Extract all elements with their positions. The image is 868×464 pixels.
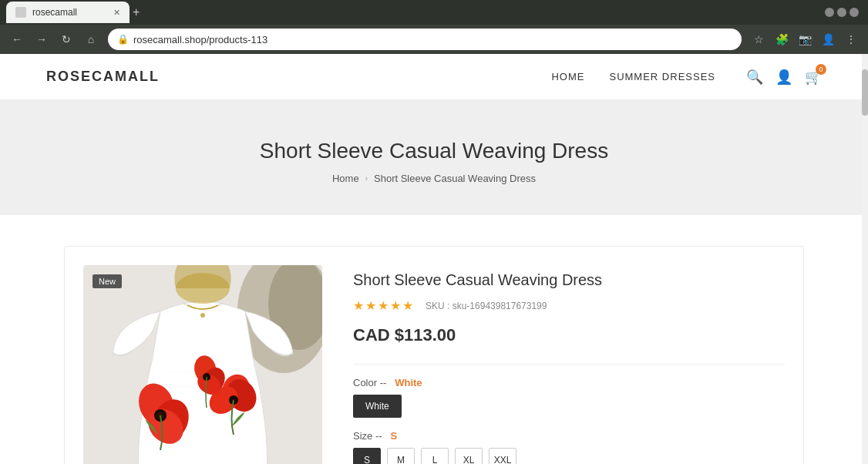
cart-badge: 0 xyxy=(816,64,826,75)
main-content: New xyxy=(49,215,819,464)
maximize-button[interactable] xyxy=(837,8,846,17)
star-5: ★ xyxy=(402,298,413,313)
star-2: ★ xyxy=(365,298,376,313)
product-image xyxy=(83,265,322,464)
new-tab-button[interactable]: + xyxy=(133,5,140,19)
breadcrumb-current: Short Sleeve Casual Weaving Dress xyxy=(374,173,536,184)
size-options: S M L XL XXL xyxy=(353,448,785,464)
menu-icon[interactable]: ⋮ xyxy=(840,29,862,50)
search-icon[interactable]: 🔍 xyxy=(746,69,763,86)
color-selected-value: White xyxy=(395,377,422,388)
star-1: ★ xyxy=(353,298,364,313)
scrollbar-thumb[interactable] xyxy=(862,69,868,116)
extensions-icon[interactable]: 🧩 xyxy=(771,29,792,50)
breadcrumb-separator: › xyxy=(365,174,368,183)
color-options: White xyxy=(353,395,785,418)
color-option-row: Color -- White White xyxy=(353,377,785,418)
size-option-row: Size -- S S M L XL XXL xyxy=(353,430,785,464)
site-header: ROSECAMALL HOME SUMMER DRESSES 🔍 👤 🛒 0 xyxy=(0,54,868,100)
tab-title: rosecamall xyxy=(32,7,77,18)
browser-right-icons: ☆ 🧩 📷 👤 ⋮ xyxy=(748,29,862,50)
browser-chrome: rosecamall ✕ + ← → ↻ ⌂ 🔒 rosecamall.shop… xyxy=(0,0,868,54)
site-logo[interactable]: ROSECAMALL xyxy=(46,69,160,85)
product-price: CAD $113.00 xyxy=(353,325,785,345)
size-button-xxl[interactable]: XXL xyxy=(489,448,516,464)
hero-banner: Short Sleeve Casual Weaving Dress Home ›… xyxy=(0,100,868,215)
site-header-icons: 🔍 👤 🛒 0 xyxy=(746,69,822,86)
nav-item-summer-dresses[interactable]: SUMMER DRESSES xyxy=(609,71,715,82)
hero-title: Short Sleeve Casual Weaving Dress xyxy=(15,139,853,163)
size-button-m[interactable]: M xyxy=(387,448,415,464)
product-details: Short Sleeve Casual Weaving Dress ★ ★ ★ … xyxy=(353,265,785,464)
close-button[interactable] xyxy=(849,8,859,17)
tab-favicon xyxy=(15,7,26,18)
product-image-svg xyxy=(83,265,322,464)
breadcrumb-home[interactable]: Home xyxy=(332,173,359,184)
sku-text: SKU : sku-169439817673199 xyxy=(426,301,547,311)
star-3: ★ xyxy=(378,298,389,313)
color-button-white[interactable]: White xyxy=(353,395,402,418)
home-button[interactable]: ⌂ xyxy=(80,29,102,50)
product-stars: ★ ★ ★ ★ ★ xyxy=(353,298,413,313)
account-icon[interactable]: 👤 xyxy=(775,69,792,86)
size-button-s[interactable]: S xyxy=(353,448,381,464)
size-label: Size -- S xyxy=(353,430,785,442)
profile-icon[interactable]: 👤 xyxy=(817,29,839,50)
breadcrumb: Home › Short Sleeve Casual Weaving Dress xyxy=(15,173,853,184)
address-bar[interactable]: 🔒 rosecamall.shop/products-113 xyxy=(108,29,742,50)
browser-tab-active[interactable]: rosecamall ✕ xyxy=(6,2,130,23)
lock-icon: 🔒 xyxy=(117,34,129,45)
minimize-button[interactable] xyxy=(825,8,834,17)
new-badge: New xyxy=(93,274,122,288)
product-image-area: New xyxy=(83,265,322,464)
product-layout: New xyxy=(64,246,804,464)
cart-icon[interactable]: 🛒 0 xyxy=(805,69,822,86)
tab-close-button[interactable]: ✕ xyxy=(113,8,120,18)
screenshot-icon[interactable]: 📷 xyxy=(794,29,816,50)
size-selected-value: S xyxy=(390,430,397,442)
scrollbar[interactable] xyxy=(862,54,868,464)
forward-button[interactable]: → xyxy=(31,29,52,50)
color-label: Color -- White xyxy=(353,377,785,388)
back-button[interactable]: ← xyxy=(6,29,28,50)
star-4: ★ xyxy=(390,298,401,313)
size-button-l[interactable]: L xyxy=(421,448,449,464)
nav-item-home[interactable]: HOME xyxy=(551,71,584,82)
divider-1 xyxy=(353,364,785,365)
site-nav: HOME SUMMER DRESSES xyxy=(551,71,715,82)
product-meta: ★ ★ ★ ★ ★ SKU : sku-169439817673199 xyxy=(353,298,785,313)
reload-button[interactable]: ↻ xyxy=(56,29,77,50)
size-button-xl[interactable]: XL xyxy=(455,448,483,464)
product-title: Short Sleeve Casual Weaving Dress xyxy=(353,271,785,289)
svg-point-17 xyxy=(200,313,205,318)
url-text: rosecamall.shop/products-113 xyxy=(133,34,267,45)
browser-tabs: rosecamall ✕ + xyxy=(0,0,868,25)
browser-controls: ← → ↻ ⌂ 🔒 rosecamall.shop/products-113 ☆… xyxy=(0,25,868,54)
bookmark-icon[interactable]: ☆ xyxy=(748,29,769,50)
